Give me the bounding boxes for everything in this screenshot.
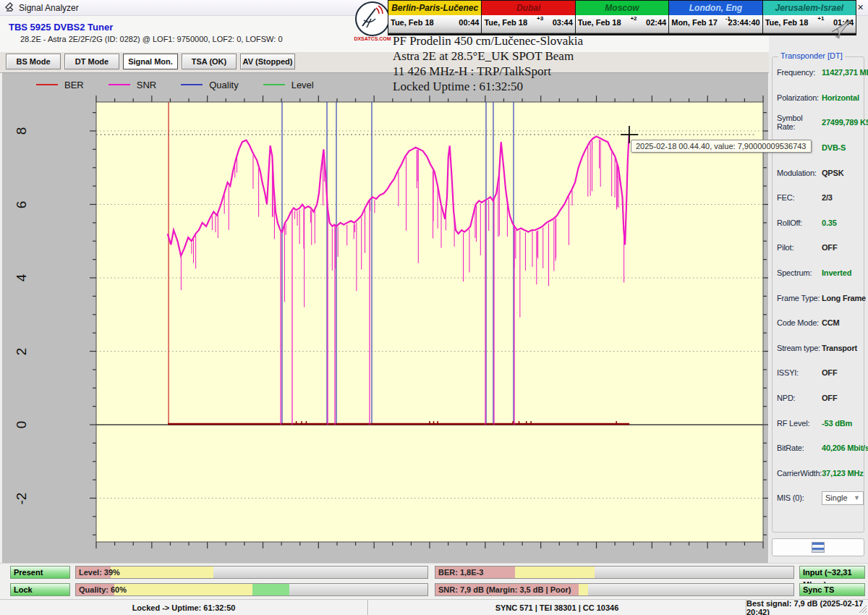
- transponder-label: NPD:: [777, 394, 822, 402]
- transponder-label: RollOff:: [777, 219, 822, 227]
- clock-time: 03:44: [553, 18, 573, 27]
- window-title: Signal Analyzer: [19, 3, 79, 13]
- stream-list-icon: [812, 542, 825, 553]
- transponder-label: BitRate:: [777, 444, 822, 452]
- transponder-row: Symbol Rate:27499,789 KS/s: [777, 110, 864, 135]
- feed-info-line: PF Prodelin 450 cm/Lučenec-Slovakia: [393, 33, 583, 48]
- input-badge: Input (~32,31 Mbps): [799, 566, 865, 579]
- clock-time-row: Tue, Feb 18+202:44: [576, 15, 668, 31]
- y-tick-label: 2: [14, 347, 30, 355]
- transponder-value: Long Frame: [822, 294, 866, 302]
- tab-dt-mode[interactable]: DT Mode: [64, 54, 119, 69]
- quality-meter: Quality: 60%: [75, 583, 428, 596]
- y-tick-label: 8: [14, 127, 30, 135]
- tab-tsa-ok-[interactable]: TSA (OK): [182, 54, 237, 69]
- lock-badge: Lock: [10, 583, 70, 596]
- transponder-row: FEC:2/3: [777, 185, 864, 211]
- clock-berlin-paris-lu-enec: Berlin-Paris-LučenecTue, Feb 1800:44: [388, 1, 482, 35]
- mis-value: Single: [825, 493, 848, 502]
- mis-select[interactable]: Single ▼: [822, 491, 864, 505]
- transponder-group-title: Transponder [DT]: [778, 51, 845, 60]
- transponder-label: Code Mode:: [777, 318, 822, 327]
- meters-row: PresentLockInput (~32,31 Mbps)Sync TSLev…: [0, 563, 868, 600]
- transponder-value: 11427,371 MHz: [822, 68, 868, 77]
- clocks-close-icon[interactable]: ✕: [857, 3, 864, 12]
- transponder-label: Frame Type:: [777, 294, 822, 302]
- tab-av-stopped-[interactable]: AV (Stopped): [240, 54, 295, 69]
- clock-city-label: Jerusalem-Israel: [763, 1, 856, 15]
- transponder-value: 0.35: [822, 219, 837, 227]
- transponder-label: Modulation:: [777, 169, 822, 177]
- tuner-title: TBS 5925 DVBS2 Tuner: [9, 22, 113, 33]
- transponder-value: QPSK: [822, 169, 843, 177]
- clock-city-label: Berlin-Paris-Lučenec: [388, 1, 481, 15]
- clock-date: Tue, Feb 18: [578, 18, 621, 27]
- resize-grip[interactable]: [858, 604, 867, 615]
- transponder-row: CarrierWidth:37,123 MHz: [777, 461, 864, 486]
- y-tick-label: 0: [14, 421, 30, 429]
- transponder-value: 2/3: [822, 193, 833, 202]
- transponder-value: DVB-S: [822, 143, 846, 152]
- tuner-subtitle: 28.2E - Astra 2E/2F/2G (ID: 0282) @ LOF1…: [20, 35, 283, 43]
- mis-row: MIS (0): Single ▼: [777, 485, 864, 511]
- meter-segment: [114, 584, 252, 595]
- clock-time-row: Tue, Feb 1800:44: [388, 15, 481, 31]
- transponder-label: Pilot:: [777, 243, 822, 252]
- clock-time: 23:44:40: [728, 18, 760, 27]
- clock-dubai: DubaiTue, Feb 18+303:44: [482, 1, 575, 35]
- transponder-label: Symbol Rate:: [777, 114, 822, 131]
- statusbar-best-signal: Best signal: 7,9 dB (2025-02-17 20:42): [746, 600, 868, 615]
- transponder-row: RollOff:0.35: [777, 211, 864, 236]
- clock-footer: [669, 31, 762, 33]
- statusbar-sync-counters: SYNC 571 | TEI 38301 | CC 10346: [368, 600, 746, 615]
- meter-segment: [579, 584, 587, 595]
- clock-date: Mon, Feb 17: [671, 18, 718, 27]
- level-meter: Level: 39%: [75, 566, 428, 579]
- transponder-group: Transponder [DT] Frequency:11427,371 MHz…: [772, 56, 864, 533]
- feed-info-line: 11 426 MHz-H : TRP/TalkSport: [393, 64, 583, 79]
- clock-time-row: Tue, Feb 18+303:44: [482, 15, 574, 31]
- meter-segment: [252, 584, 289, 595]
- sync-ts-badge: Sync TS: [799, 583, 865, 596]
- feed-info-line: Astra 2E at 28.5°E_UK SPOT Beam: [393, 48, 583, 64]
- y-tick-label: 4: [14, 274, 30, 282]
- transponder-row: RF Level:-53 dBm: [777, 410, 864, 436]
- transponder-value: 27499,789 KS/s: [822, 118, 868, 127]
- clock-time-row: Mon, Feb 17-123:44:40: [669, 15, 762, 31]
- stream-list-button[interactable]: [772, 538, 864, 556]
- transponder-row: Pilot:OFF: [777, 235, 864, 260]
- transponder-value: CCM: [822, 318, 839, 327]
- clock-date: Tue, Feb 18: [484, 18, 527, 27]
- transponder-value: OFF: [822, 368, 837, 377]
- clock-date: Tue, Feb 18: [765, 18, 809, 27]
- meter-label: BER: 1,8E-3: [438, 567, 483, 579]
- transponder-value: OFF: [822, 243, 837, 252]
- dish-icon: [355, 1, 390, 36]
- feed-info-line: Locked Uptime : 61:32:50: [393, 79, 583, 94]
- dxsatcs-logo: DXSATCS.COM: [354, 1, 391, 43]
- feed-info-block: PF Prodelin 450 cm/Lučenec-SlovakiaAstra…: [393, 33, 583, 94]
- transponder-value: 37,123 MHz: [822, 469, 863, 478]
- y-tick-label: 6: [14, 200, 30, 208]
- clock-time: 02:44: [646, 18, 666, 27]
- clock-london-eng: London, EngMon, Feb 17-123:44:40: [669, 1, 762, 35]
- ber-meter: BER: 1,8E-3: [435, 566, 794, 579]
- meter-label: SNR: 7,9 dB (Margin: 3,5 dB | Poor): [438, 584, 571, 596]
- transponder-row: Polarization:Horizontal: [777, 85, 864, 111]
- transponder-value: -53 dBm: [822, 419, 852, 428]
- clock-city-label: Dubai: [482, 1, 574, 15]
- chart-tooltip: 2025-02-18 00.44.40, value: 7,9000000953…: [631, 140, 812, 153]
- tab-bs-mode[interactable]: BS Mode: [6, 54, 61, 69]
- clock-city-label: Moscow: [576, 1, 668, 15]
- transponder-label: Frequency:: [777, 68, 822, 77]
- mouse-cursor-icon: [829, 19, 854, 43]
- transponder-row: ISSYI:OFF: [777, 360, 864, 386]
- transponder-value: Inverted: [822, 268, 851, 277]
- present-badge: Present: [10, 566, 70, 579]
- statusbar: Locked -> Uptime: 61:32:50 SYNC 571 | TE…: [0, 599, 868, 615]
- chevron-down-icon: ▼: [854, 494, 860, 501]
- transponder-label: Spectrum:: [777, 268, 822, 277]
- clock-moscow: MoscowTue, Feb 18+202:44: [576, 1, 669, 35]
- tab-signal-mon-[interactable]: Signal Mon.: [123, 54, 178, 69]
- clock-date: Tue, Feb 18: [391, 18, 434, 27]
